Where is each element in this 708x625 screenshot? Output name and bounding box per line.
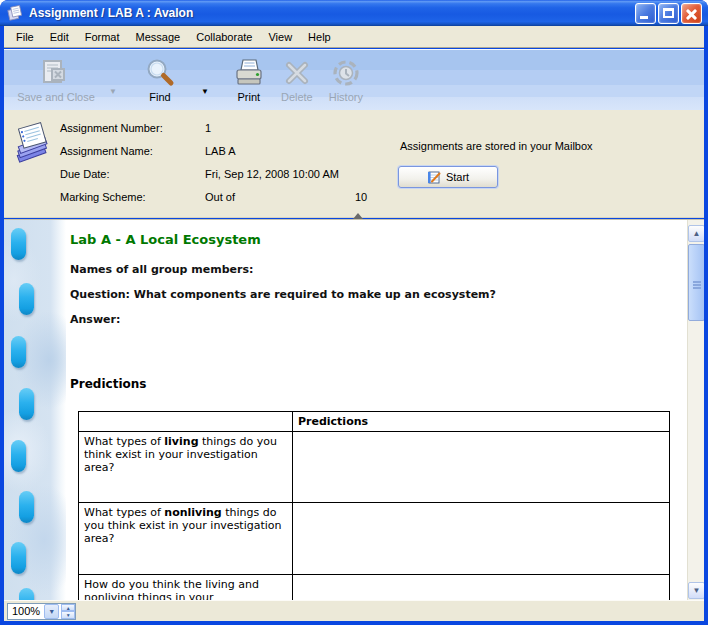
document-title: Lab A - A Local Ecosystem xyxy=(70,232,261,247)
delete-label: Delete xyxy=(281,91,313,103)
scrollbar-thumb[interactable] xyxy=(688,244,704,321)
field-marking-scheme: Marking Scheme: Out of 10 xyxy=(60,191,460,211)
application-window: Assignment / LAB A : Avalon File Edit Fo… xyxy=(0,0,708,625)
save-and-close-icon xyxy=(40,56,72,90)
scroll-down-button[interactable]: ▼ xyxy=(688,582,704,599)
menu-view[interactable]: View xyxy=(260,28,300,46)
print-label: Print xyxy=(238,91,261,103)
zoom-control: 100% ▼ ▲ ▼ xyxy=(7,603,76,620)
marking-out-of-value: 10 xyxy=(355,191,367,203)
print-button[interactable]: Print xyxy=(226,55,272,107)
table-row: What types of living things do you think… xyxy=(79,432,670,503)
start-button[interactable]: Start xyxy=(398,166,498,188)
header-cell-question xyxy=(79,412,293,432)
predictions-heading: Predictions xyxy=(70,377,146,391)
menu-edit[interactable]: Edit xyxy=(42,28,77,46)
maximize-button[interactable] xyxy=(658,3,679,24)
assignment-stack-icon xyxy=(12,122,54,166)
marking-scheme-value: Out of xyxy=(205,191,235,203)
start-button-label: Start xyxy=(446,171,469,183)
marking-scheme-label: Marking Scheme: xyxy=(60,191,146,203)
menu-bar: File Edit Format Message Collaborate Vie… xyxy=(4,26,704,48)
find-icon xyxy=(145,56,175,90)
find-button[interactable]: Find xyxy=(134,55,186,107)
title-bar[interactable]: Assignment / LAB A : Avalon xyxy=(0,0,708,26)
start-notepad-icon xyxy=(427,170,442,185)
names-line: Names of all group members: xyxy=(70,263,253,276)
minimize-icon xyxy=(640,16,648,19)
window-title: Assignment / LAB A : Avalon xyxy=(29,6,635,20)
find-label: Find xyxy=(149,91,170,103)
menu-collaborate[interactable]: Collaborate xyxy=(188,28,260,46)
header-cell-predictions: Predictions xyxy=(293,412,670,432)
table-row: What types of nonliving things do you th… xyxy=(79,503,670,575)
document-body: Lab A - A Local Ecosystem Names of all g… xyxy=(4,220,692,600)
table-header-row: Predictions xyxy=(79,412,670,432)
assignment-name-value: LAB A xyxy=(205,145,236,157)
menu-help[interactable]: Help xyxy=(300,28,339,46)
assignment-number-value: 1 xyxy=(205,122,211,134)
app-icon xyxy=(6,5,24,21)
save-and-close-dropdown-icon: ▼ xyxy=(106,87,120,96)
close-button[interactable] xyxy=(681,3,702,24)
zoom-dropdown-button[interactable]: ▼ xyxy=(44,604,59,619)
history-button: History xyxy=(322,55,370,107)
history-label: History xyxy=(329,91,363,103)
maximize-icon xyxy=(663,8,674,18)
zoom-spin-down-button[interactable]: ▼ xyxy=(61,611,75,619)
minimize-button[interactable] xyxy=(635,3,656,24)
zoom-value[interactable]: 100% xyxy=(8,605,44,617)
table-row: How do you think the living and nonlivin… xyxy=(79,575,670,601)
document-view: Lab A - A Local Ecosystem Names of all g… xyxy=(4,219,704,600)
answer-line: Answer: xyxy=(70,313,120,326)
due-date-label: Due Date: xyxy=(60,168,110,180)
assignment-info-panel: Assignment Number: 1 Assignment Name: LA… xyxy=(4,110,704,218)
splitter-handle[interactable] xyxy=(350,213,364,219)
menu-format[interactable]: Format xyxy=(77,28,128,46)
delete-button: Delete xyxy=(274,55,320,107)
scrollbar-grip xyxy=(693,281,701,283)
question-line: Question: What components are required t… xyxy=(70,288,496,301)
menu-file[interactable]: File xyxy=(8,28,42,46)
zoom-spinner: ▲ ▼ xyxy=(61,604,75,619)
vertical-scrollbar[interactable]: ▲ ▼ xyxy=(687,220,704,600)
print-icon xyxy=(233,56,265,90)
zoom-spin-up-button[interactable]: ▲ xyxy=(61,604,75,612)
question-cell: What types of nonliving things do you th… xyxy=(79,503,293,575)
predictions-table: Predictions What types of living things … xyxy=(78,411,670,600)
question-cell: How do you think the living and nonlivin… xyxy=(79,575,293,601)
assignment-name-label: Assignment Name: xyxy=(60,145,153,157)
save-and-close-label: Save and Close xyxy=(17,91,95,103)
assignment-number-label: Assignment Number: xyxy=(60,122,163,134)
history-icon xyxy=(331,56,361,90)
find-dropdown-icon[interactable]: ▼ xyxy=(198,87,212,96)
toolbar: Save and Close ▼ Find ▼ xyxy=(4,49,704,110)
mailbox-note: Assignments are stored in your Mailbox xyxy=(400,140,593,152)
menu-message[interactable]: Message xyxy=(128,28,189,46)
scroll-up-button[interactable]: ▲ xyxy=(688,225,704,242)
save-and-close-button: Save and Close xyxy=(6,55,106,107)
answer-cell[interactable] xyxy=(293,503,670,575)
delete-icon xyxy=(282,56,312,90)
question-cell: What types of living things do you think… xyxy=(79,432,293,503)
due-date-value: Fri, Sep 12, 2008 10:00 AM xyxy=(205,168,339,180)
answer-cell[interactable] xyxy=(293,575,670,601)
field-assignment-number: Assignment Number: 1 xyxy=(60,122,460,142)
answer-cell[interactable] xyxy=(293,432,670,503)
status-bar: 100% ▼ ▲ ▼ xyxy=(4,600,704,621)
